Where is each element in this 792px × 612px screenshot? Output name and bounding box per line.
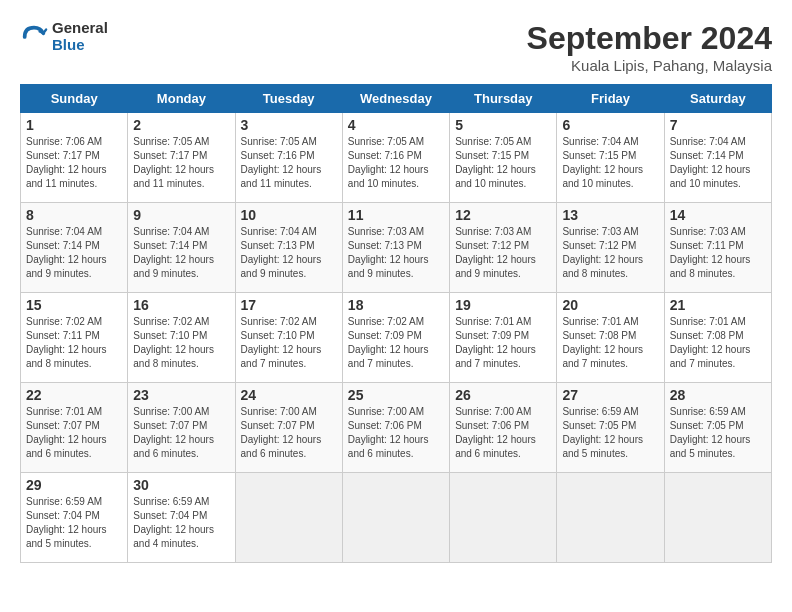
calendar-cell: 25 Sunrise: 7:00 AMSunset: 7:06 PMDaylig… bbox=[342, 383, 449, 473]
day-number: 7 bbox=[670, 117, 766, 133]
calendar-cell: 21 Sunrise: 7:01 AMSunset: 7:08 PMDaylig… bbox=[664, 293, 771, 383]
day-number: 8 bbox=[26, 207, 122, 223]
calendar-table: SundayMondayTuesdayWednesdayThursdayFrid… bbox=[20, 84, 772, 563]
header-row: SundayMondayTuesdayWednesdayThursdayFrid… bbox=[21, 85, 772, 113]
header-day: Thursday bbox=[450, 85, 557, 113]
day-info: Sunrise: 6:59 AMSunset: 7:04 PMDaylight:… bbox=[26, 495, 122, 551]
day-info: Sunrise: 7:01 AMSunset: 7:07 PMDaylight:… bbox=[26, 405, 122, 461]
calendar-cell: 15 Sunrise: 7:02 AMSunset: 7:11 PMDaylig… bbox=[21, 293, 128, 383]
calendar-cell: 8 Sunrise: 7:04 AMSunset: 7:14 PMDayligh… bbox=[21, 203, 128, 293]
day-number: 10 bbox=[241, 207, 337, 223]
day-info: Sunrise: 7:00 AMSunset: 7:06 PMDaylight:… bbox=[455, 405, 551, 461]
day-info: Sunrise: 7:04 AMSunset: 7:14 PMDaylight:… bbox=[133, 225, 229, 281]
calendar-cell: 16 Sunrise: 7:02 AMSunset: 7:10 PMDaylig… bbox=[128, 293, 235, 383]
calendar-row: 15 Sunrise: 7:02 AMSunset: 7:11 PMDaylig… bbox=[21, 293, 772, 383]
calendar-cell: 14 Sunrise: 7:03 AMSunset: 7:11 PMDaylig… bbox=[664, 203, 771, 293]
month-title: September 2024 bbox=[527, 20, 772, 57]
calendar-cell: 30 Sunrise: 6:59 AMSunset: 7:04 PMDaylig… bbox=[128, 473, 235, 563]
day-info: Sunrise: 7:02 AMSunset: 7:10 PMDaylight:… bbox=[241, 315, 337, 371]
day-info: Sunrise: 7:03 AMSunset: 7:11 PMDaylight:… bbox=[670, 225, 766, 281]
day-info: Sunrise: 7:05 AMSunset: 7:17 PMDaylight:… bbox=[133, 135, 229, 191]
day-info: Sunrise: 7:03 AMSunset: 7:13 PMDaylight:… bbox=[348, 225, 444, 281]
day-info: Sunrise: 7:04 AMSunset: 7:14 PMDaylight:… bbox=[670, 135, 766, 191]
calendar-cell: 18 Sunrise: 7:02 AMSunset: 7:09 PMDaylig… bbox=[342, 293, 449, 383]
day-info: Sunrise: 7:05 AMSunset: 7:15 PMDaylight:… bbox=[455, 135, 551, 191]
day-info: Sunrise: 7:01 AMSunset: 7:08 PMDaylight:… bbox=[670, 315, 766, 371]
calendar-cell bbox=[664, 473, 771, 563]
day-info: Sunrise: 7:06 AMSunset: 7:17 PMDaylight:… bbox=[26, 135, 122, 191]
day-info: Sunrise: 7:00 AMSunset: 7:06 PMDaylight:… bbox=[348, 405, 444, 461]
calendar-row: 22 Sunrise: 7:01 AMSunset: 7:07 PMDaylig… bbox=[21, 383, 772, 473]
logo: General Blue bbox=[20, 20, 108, 53]
header-day: Wednesday bbox=[342, 85, 449, 113]
day-number: 29 bbox=[26, 477, 122, 493]
calendar-cell: 24 Sunrise: 7:00 AMSunset: 7:07 PMDaylig… bbox=[235, 383, 342, 473]
day-info: Sunrise: 7:05 AMSunset: 7:16 PMDaylight:… bbox=[348, 135, 444, 191]
calendar-cell: 19 Sunrise: 7:01 AMSunset: 7:09 PMDaylig… bbox=[450, 293, 557, 383]
calendar-row: 1 Sunrise: 7:06 AMSunset: 7:17 PMDayligh… bbox=[21, 113, 772, 203]
day-info: Sunrise: 7:04 AMSunset: 7:15 PMDaylight:… bbox=[562, 135, 658, 191]
day-number: 23 bbox=[133, 387, 229, 403]
day-info: Sunrise: 6:59 AMSunset: 7:05 PMDaylight:… bbox=[562, 405, 658, 461]
day-number: 19 bbox=[455, 297, 551, 313]
day-number: 11 bbox=[348, 207, 444, 223]
day-number: 9 bbox=[133, 207, 229, 223]
day-info: Sunrise: 6:59 AMSunset: 7:04 PMDaylight:… bbox=[133, 495, 229, 551]
day-number: 26 bbox=[455, 387, 551, 403]
calendar-cell: 28 Sunrise: 6:59 AMSunset: 7:05 PMDaylig… bbox=[664, 383, 771, 473]
calendar-cell: 20 Sunrise: 7:01 AMSunset: 7:08 PMDaylig… bbox=[557, 293, 664, 383]
day-number: 13 bbox=[562, 207, 658, 223]
day-number: 15 bbox=[26, 297, 122, 313]
calendar-cell: 23 Sunrise: 7:00 AMSunset: 7:07 PMDaylig… bbox=[128, 383, 235, 473]
day-number: 3 bbox=[241, 117, 337, 133]
calendar-cell: 4 Sunrise: 7:05 AMSunset: 7:16 PMDayligh… bbox=[342, 113, 449, 203]
calendar-row: 8 Sunrise: 7:04 AMSunset: 7:14 PMDayligh… bbox=[21, 203, 772, 293]
day-number: 25 bbox=[348, 387, 444, 403]
calendar-cell bbox=[450, 473, 557, 563]
day-number: 30 bbox=[133, 477, 229, 493]
day-number: 28 bbox=[670, 387, 766, 403]
calendar-cell bbox=[235, 473, 342, 563]
day-number: 17 bbox=[241, 297, 337, 313]
title-area: September 2024 Kuala Lipis, Pahang, Mala… bbox=[527, 20, 772, 74]
day-info: Sunrise: 7:01 AMSunset: 7:09 PMDaylight:… bbox=[455, 315, 551, 371]
calendar-cell: 11 Sunrise: 7:03 AMSunset: 7:13 PMDaylig… bbox=[342, 203, 449, 293]
day-info: Sunrise: 7:04 AMSunset: 7:13 PMDaylight:… bbox=[241, 225, 337, 281]
day-number: 20 bbox=[562, 297, 658, 313]
calendar-cell: 12 Sunrise: 7:03 AMSunset: 7:12 PMDaylig… bbox=[450, 203, 557, 293]
day-number: 18 bbox=[348, 297, 444, 313]
day-info: Sunrise: 7:02 AMSunset: 7:09 PMDaylight:… bbox=[348, 315, 444, 371]
calendar-row: 29 Sunrise: 6:59 AMSunset: 7:04 PMDaylig… bbox=[21, 473, 772, 563]
day-info: Sunrise: 7:01 AMSunset: 7:08 PMDaylight:… bbox=[562, 315, 658, 371]
calendar-cell: 13 Sunrise: 7:03 AMSunset: 7:12 PMDaylig… bbox=[557, 203, 664, 293]
day-number: 4 bbox=[348, 117, 444, 133]
calendar-cell: 29 Sunrise: 6:59 AMSunset: 7:04 PMDaylig… bbox=[21, 473, 128, 563]
calendar-cell: 27 Sunrise: 6:59 AMSunset: 7:05 PMDaylig… bbox=[557, 383, 664, 473]
day-info: Sunrise: 7:03 AMSunset: 7:12 PMDaylight:… bbox=[562, 225, 658, 281]
calendar-cell: 22 Sunrise: 7:01 AMSunset: 7:07 PMDaylig… bbox=[21, 383, 128, 473]
calendar-cell: 17 Sunrise: 7:02 AMSunset: 7:10 PMDaylig… bbox=[235, 293, 342, 383]
header-day: Monday bbox=[128, 85, 235, 113]
location-title: Kuala Lipis, Pahang, Malaysia bbox=[527, 57, 772, 74]
calendar-cell: 26 Sunrise: 7:00 AMSunset: 7:06 PMDaylig… bbox=[450, 383, 557, 473]
day-info: Sunrise: 6:59 AMSunset: 7:05 PMDaylight:… bbox=[670, 405, 766, 461]
calendar-cell bbox=[342, 473, 449, 563]
day-number: 14 bbox=[670, 207, 766, 223]
day-number: 27 bbox=[562, 387, 658, 403]
day-number: 5 bbox=[455, 117, 551, 133]
calendar-cell: 3 Sunrise: 7:05 AMSunset: 7:16 PMDayligh… bbox=[235, 113, 342, 203]
day-number: 12 bbox=[455, 207, 551, 223]
day-number: 22 bbox=[26, 387, 122, 403]
header: General Blue September 2024 Kuala Lipis,… bbox=[20, 20, 772, 74]
calendar-cell: 5 Sunrise: 7:05 AMSunset: 7:15 PMDayligh… bbox=[450, 113, 557, 203]
day-info: Sunrise: 7:00 AMSunset: 7:07 PMDaylight:… bbox=[133, 405, 229, 461]
calendar-cell bbox=[557, 473, 664, 563]
day-number: 24 bbox=[241, 387, 337, 403]
day-info: Sunrise: 7:00 AMSunset: 7:07 PMDaylight:… bbox=[241, 405, 337, 461]
day-number: 16 bbox=[133, 297, 229, 313]
calendar-cell: 6 Sunrise: 7:04 AMSunset: 7:15 PMDayligh… bbox=[557, 113, 664, 203]
day-number: 1 bbox=[26, 117, 122, 133]
day-number: 21 bbox=[670, 297, 766, 313]
logo-blue: Blue bbox=[52, 37, 108, 54]
logo-icon bbox=[20, 23, 48, 51]
